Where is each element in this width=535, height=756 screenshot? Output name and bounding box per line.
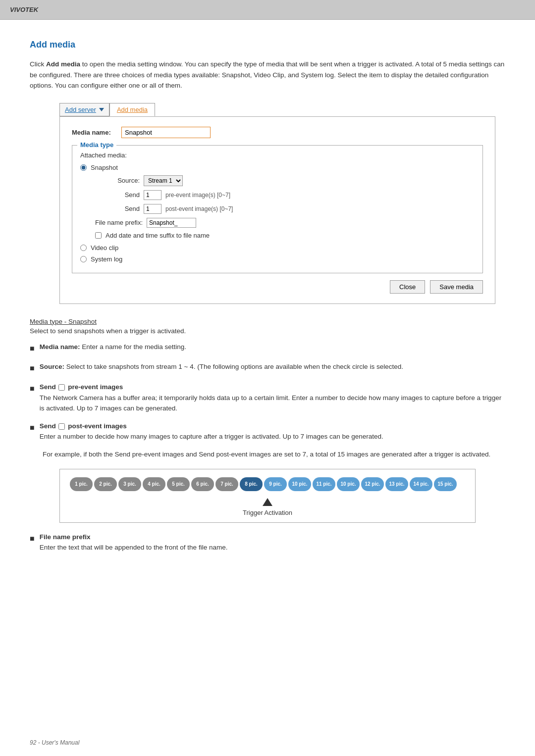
timeline-circle-15: 14 pic.: [410, 477, 432, 491]
datetime-checkbox-row: Add date and time suffix to file name: [95, 232, 475, 239]
close-button[interactable]: Close: [390, 280, 425, 294]
snapshot-label: Snapshot: [91, 164, 118, 171]
add-datetime-checkbox[interactable]: [95, 232, 102, 239]
brand-logo: VIVOTEK: [10, 6, 38, 13]
send-post-row: Send post-event image(s) [0~7]: [95, 204, 475, 214]
bullet-content-1: Media name: Enter a name for the media s…: [40, 342, 505, 355]
snapshot-sub: Select to send snapshots when a trigger …: [30, 327, 505, 335]
bullet-icon-5: ■: [30, 532, 35, 553]
add-media-tab[interactable]: Add media: [109, 103, 155, 116]
dialog-footer: Close Save media: [72, 280, 483, 294]
timeline-circle-16: 15 pic.: [434, 477, 457, 491]
media-type-section: Media type Attached media: Snapshot Sour…: [72, 145, 483, 273]
trigger-area: Trigger Activation: [70, 496, 465, 516]
snapshot-details: Source: Stream 1 Stream 2 Stream 3 Strea…: [95, 175, 475, 239]
bullet-pre-event: ■ Send pre-event images The Network Came…: [30, 382, 505, 414]
post-event-inline-checkbox[interactable]: [58, 423, 65, 430]
snapshot-radio[interactable]: [80, 164, 87, 171]
add-server-tab[interactable]: Add server: [59, 103, 109, 116]
snapshot-option: Snapshot: [80, 164, 475, 171]
timeline-circle-7: 7 pic.: [215, 477, 238, 491]
bullet-content-3: Send pre-event images The Network Camera…: [40, 382, 505, 414]
send-post-input[interactable]: [144, 204, 161, 214]
send-post-label: Send: [95, 205, 140, 212]
dropdown-arrow-icon: [99, 108, 104, 111]
add-media-label: Add media: [117, 106, 148, 113]
timeline-circle-8: 8 pic.: [240, 477, 263, 491]
save-media-button[interactable]: Save media: [430, 280, 483, 294]
attached-media-label: Attached media:: [80, 151, 475, 159]
bullet-file-prefix: ■ File name prefix Enter the text that w…: [30, 532, 505, 553]
media-name-label: Media name:: [72, 129, 121, 136]
media-type-legend: Media type: [77, 141, 116, 149]
video-clip-option: Video clip: [80, 244, 475, 252]
for-example-text: For example, if both the Send pre-event …: [43, 449, 505, 460]
timeline-circle-2: 2 pic.: [94, 477, 117, 491]
page-footer: 92 - User's Manual: [30, 739, 79, 746]
timeline-circle-13: 12 pic.: [361, 477, 384, 491]
bullet-icon-4: ■: [30, 421, 35, 442]
bullet-icon-3: ■: [30, 382, 35, 414]
timeline-diagram: 1 pic.2 pic.3 pic.4 pic.5 pic.6 pic.7 pi…: [59, 469, 476, 523]
bullet-icon-1: ■: [30, 342, 35, 355]
system-log-radio[interactable]: [80, 256, 87, 262]
media-name-input[interactable]: [121, 127, 211, 138]
media-name-row: Media name:: [72, 127, 483, 138]
timeline-circle-12: 10 pic.: [337, 477, 360, 491]
timeline-circle-3: 3 pic.: [118, 477, 141, 491]
trigger-arrow-icon: [263, 498, 272, 506]
bullet-post-event: ■ Send post-event images Enter a number …: [30, 421, 505, 442]
timeline-circles: 1 pic.2 pic.3 pic.4 pic.5 pic.6 pic.7 pi…: [70, 477, 465, 491]
trigger-label: Trigger Activation: [243, 509, 292, 516]
bullet-source: ■ Source: Select to take snapshots from …: [30, 361, 505, 375]
send-pre-input[interactable]: [144, 190, 161, 200]
bullet-content-4: Send post-event images Enter a number to…: [40, 421, 505, 442]
send-pre-label: Send: [95, 191, 140, 199]
pre-event-hint: pre-event image(s) [0~7]: [165, 192, 230, 199]
page-title: Add media: [30, 40, 505, 50]
send-pre-row: Send pre-event image(s) [0~7]: [95, 190, 475, 200]
file-prefix-row: File name prefix:: [95, 218, 475, 228]
tab-area: Add server Add media: [59, 103, 505, 116]
intro-text: Click Add media to open the media settin…: [30, 59, 505, 91]
video-clip-label: Video clip: [91, 244, 118, 252]
timeline-circle-9: 9 pic.: [264, 477, 287, 491]
bullet-content-2: Source: Select to take snapshots from st…: [40, 361, 505, 375]
timeline-circle-10: 10 pic.: [288, 477, 311, 491]
source-row: Source: Stream 1 Stream 2 Stream 3 Strea…: [95, 175, 475, 186]
stream-select[interactable]: Stream 1 Stream 2 Stream 3 Stream 4: [144, 175, 183, 186]
bullet-media-name: ■ Media name: Enter a name for the media…: [30, 342, 505, 355]
timeline-circle-14: 13 pic.: [385, 477, 408, 491]
bullet-icon-2: ■: [30, 362, 35, 375]
timeline-circle-6: 6 pic.: [191, 477, 214, 491]
add-datetime-label: Add date and time suffix to file name: [106, 232, 210, 239]
timeline-circle-11: 11 pic.: [313, 477, 335, 491]
snapshot-heading: Media type - Snapshot: [30, 318, 505, 325]
add-server-label: Add server: [65, 106, 96, 113]
system-log-option: System log: [80, 255, 475, 263]
timeline-circle-5: 5 pic.: [167, 477, 190, 491]
top-bar: VIVOTEK: [0, 0, 535, 20]
pre-event-inline-checkbox[interactable]: [58, 384, 65, 391]
video-clip-radio[interactable]: [80, 245, 87, 251]
file-prefix-input[interactable]: [147, 218, 196, 228]
bullet-content-5: File name prefix Enter the text that wil…: [40, 532, 505, 553]
timeline-circle-1: 1 pic.: [70, 477, 93, 491]
file-prefix-label: File name prefix:: [95, 219, 143, 226]
add-media-dialog: Media name: Media type Attached media: S…: [59, 116, 495, 304]
timeline-circle-4: 4 pic.: [143, 477, 165, 491]
body-section: Media type - Snapshot Select to send sna…: [30, 318, 505, 553]
source-label: Source:: [95, 177, 140, 184]
post-event-hint: post-event image(s) [0~7]: [165, 205, 233, 212]
system-log-label: System log: [91, 255, 122, 263]
